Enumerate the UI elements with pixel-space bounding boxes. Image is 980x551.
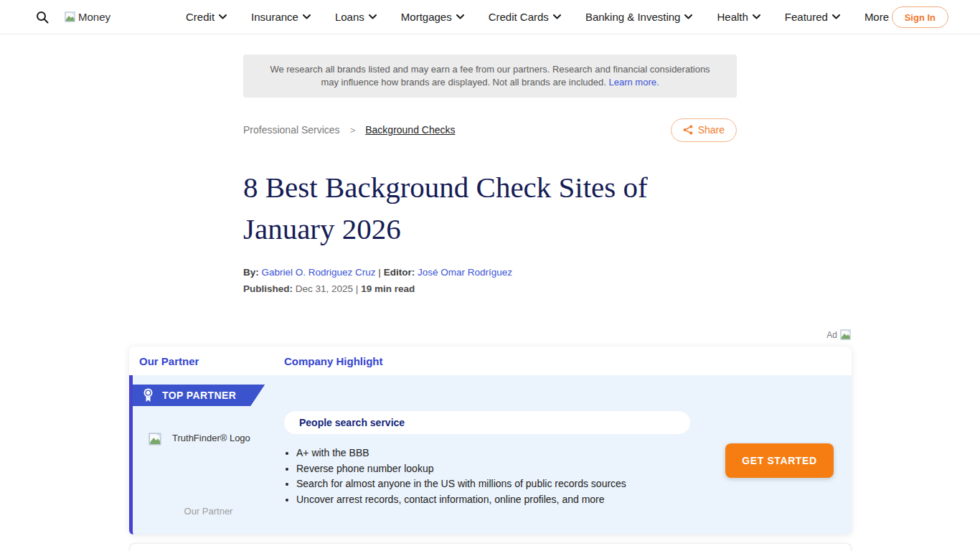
partner-caption: Our Partner <box>133 506 284 517</box>
broken-image-icon <box>840 329 852 341</box>
search-icon <box>36 11 49 24</box>
chevron-down-icon <box>753 14 760 19</box>
breadcrumb-current[interactable]: Background Checks <box>365 124 455 136</box>
get-started-button[interactable]: GET STARTED <box>725 443 834 478</box>
read-time: 19 min read <box>361 283 415 294</box>
share-label: Share <box>698 124 725 136</box>
published-line: Published: Dec 31, 2025 | 19 min read <box>243 283 737 294</box>
top-partner-label: TOP PARTNER <box>162 390 236 401</box>
chevron-down-icon <box>832 14 840 19</box>
ad-row: Ad <box>129 329 852 342</box>
share-button[interactable]: Share <box>671 118 737 142</box>
highlight-bullet: Uncover arrest records, contact informat… <box>296 494 763 505</box>
share-icon <box>683 125 693 135</box>
editor-label: Editor: <box>384 267 415 278</box>
by-label: By: <box>243 267 259 278</box>
nav-item-banking-investing[interactable]: Banking & Investing <box>585 11 693 23</box>
author-link[interactable]: Gabriel O. Rodriguez Cruz <box>262 267 376 278</box>
published-date: Dec 31, 2025 <box>296 283 353 294</box>
top-partner-banner: TOP PARTNER <box>133 385 265 406</box>
nav-item-insurance[interactable]: Insurance <box>251 11 311 23</box>
highlight-bullet: Reverse phone number lookup <box>296 463 763 474</box>
highlight-bullet: Search for almost anyone in the US with … <box>296 479 763 489</box>
highlight-bullet-list: A+ with the BBB Reverse phone number loo… <box>296 448 763 509</box>
breadcrumb-separator: > <box>350 125 356 136</box>
money-logo[interactable]: Money <box>65 11 110 23</box>
nav-item-featured[interactable]: Featured <box>785 11 840 23</box>
partner-card: Our Partner Company Highlight TOP PARTNE… <box>129 347 852 534</box>
published-label: Published: <box>243 283 293 294</box>
search-button[interactable] <box>36 11 49 24</box>
company-highlight-pill: People search service <box>284 411 690 434</box>
broken-image-icon <box>65 11 76 23</box>
ad-label: Ad <box>826 330 837 340</box>
nav-item-health[interactable]: Health <box>717 11 760 23</box>
breadcrumb-parent[interactable]: Professional Services <box>243 124 340 136</box>
chevron-down-icon <box>219 14 227 19</box>
nav-item-mortgages[interactable]: Mortgages <box>401 11 464 23</box>
highlight-bullet: A+ with the BBB <box>296 448 763 458</box>
breadcrumb-row: Professional Services > Background Check… <box>243 118 737 142</box>
byline: By: Gabriel O. Rodriguez Cruz | Editor: … <box>243 267 737 278</box>
nav-item-credit[interactable]: Credit <box>186 11 227 23</box>
disclaimer-text: We research all brands listed and may ea… <box>262 63 718 89</box>
broken-image-icon <box>149 433 162 446</box>
affiliate-disclaimer: We research all brands listed and may ea… <box>243 55 737 98</box>
learn-more-link[interactable]: Learn more. <box>608 77 659 88</box>
page-title: 8 Best Background Check Sites of January… <box>243 166 745 250</box>
chevron-down-icon <box>684 14 692 19</box>
chevron-down-icon <box>369 14 377 19</box>
next-card-top-edge <box>129 543 852 551</box>
main-nav: Credit Insurance Loans Mortgages Credit … <box>186 11 901 23</box>
partner-logo[interactable]: TruthFinder® Logo <box>149 433 250 446</box>
chevron-down-icon <box>456 14 464 19</box>
sign-in-button[interactable]: Sign In <box>892 6 948 28</box>
top-nav-bar: Money Credit Insurance Loans Mortgages C… <box>0 0 980 34</box>
chevron-down-icon <box>303 14 311 19</box>
ribbon-icon <box>143 388 154 402</box>
partner-card-header: Our Partner Company Highlight <box>129 347 852 375</box>
partner-card-body: TOP PARTNER TruthFinder® Logo Our Partne… <box>129 375 852 534</box>
partner-logo-alt-text: TruthFinder® Logo <box>172 433 250 443</box>
editor-link[interactable]: José Omar Rodríguez <box>418 267 512 278</box>
chevron-down-icon <box>553 14 561 19</box>
company-highlight-column-header: Company Highlight <box>284 355 383 367</box>
nav-item-loans[interactable]: Loans <box>335 11 377 23</box>
logo-alt-text: Money <box>78 11 110 23</box>
our-partner-column-header: Our Partner <box>139 355 284 367</box>
nav-item-credit-cards[interactable]: Credit Cards <box>489 11 561 23</box>
